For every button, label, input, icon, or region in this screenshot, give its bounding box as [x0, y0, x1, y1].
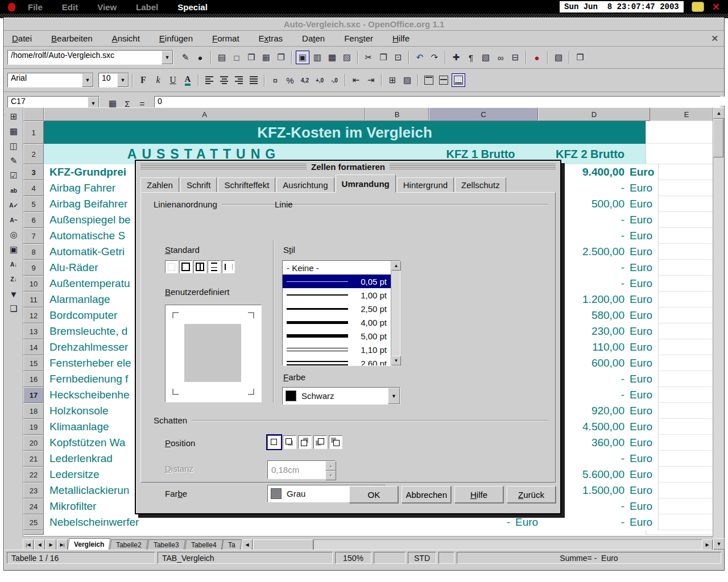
- sum-field[interactable]: Summe= - Euro: [457, 552, 721, 564]
- cell[interactable]: [646, 121, 723, 144]
- mac-menu-view[interactable]: View: [97, 2, 117, 12]
- row-header-23[interactable]: 23: [23, 483, 44, 498]
- decrease-indent-icon[interactable]: ⇤: [349, 73, 363, 87]
- select-all-corner[interactable]: [23, 107, 44, 121]
- back-button[interactable]: Zurück: [507, 486, 556, 503]
- column-header-b[interactable]: B: [365, 107, 429, 121]
- bold-icon[interactable]: F: [136, 73, 150, 87]
- tab-umrandung[interactable]: Umrandung: [336, 174, 396, 193]
- insert-object-icon[interactable]: ◫: [7, 139, 21, 153]
- shadow-top-left-button[interactable]: [329, 435, 342, 449]
- dialog-titlebar[interactable]: Zellen formatieren: [136, 161, 560, 172]
- mac-menu-edit[interactable]: Edit: [62, 2, 78, 12]
- align-top-icon[interactable]: [422, 73, 436, 87]
- copy-icon[interactable]: ❐: [377, 51, 390, 64]
- line-style-listbox[interactable]: - Keine -0,05 pt1,00 pt2,50 pt4,00 pt5,0…: [282, 260, 400, 366]
- sheet-tab-vergleich[interactable]: Vergleich: [68, 538, 111, 550]
- hscroll-right-icon[interactable]: ▶: [702, 539, 713, 550]
- close-document-icon[interactable]: ✕: [711, 34, 718, 44]
- sheet-tab-tabelle3[interactable]: Tabelle3: [147, 539, 185, 550]
- horizontal-scroll-track[interactable]: [313, 539, 702, 550]
- kfz2-value-cell[interactable]: -Euro: [544, 514, 658, 530]
- spellcheck-icon[interactable]: A✓: [7, 198, 21, 212]
- tab-schrift[interactable]: Schrift: [180, 177, 217, 193]
- delete-decimal-icon[interactable]: -,0: [328, 73, 341, 87]
- align-justify-icon[interactable]: [247, 73, 260, 87]
- align-bottom-icon[interactable]: [452, 73, 465, 87]
- help-button[interactable]: Hilfe: [454, 486, 503, 503]
- open-document-icon[interactable]: ❒: [245, 51, 258, 64]
- tab-ausrichtung[interactable]: Ausrichtung: [276, 177, 334, 193]
- underline-icon[interactable]: U: [166, 73, 180, 87]
- row-header-13[interactable]: 13: [23, 323, 44, 339]
- number-format-percent-icon[interactable]: %: [283, 73, 297, 87]
- preset-box-button[interactable]: [179, 260, 192, 273]
- row-header-24[interactable]: 24: [23, 498, 44, 514]
- line-style-option[interactable]: 2,50 pt: [283, 302, 391, 315]
- new-from-template-icon[interactable]: ▤: [215, 51, 229, 64]
- row-header-3[interactable]: 3: [23, 164, 44, 180]
- preset-box-left-button[interactable]: [222, 260, 235, 273]
- redo-icon[interactable]: ↷: [428, 51, 441, 64]
- add-decimal-icon[interactable]: +,0: [313, 73, 326, 87]
- row-header-20[interactable]: 20: [23, 435, 44, 451]
- background-color-icon[interactable]: ▨: [400, 73, 414, 87]
- shadow-distance-value[interactable]: 0,18cm: [268, 461, 325, 479]
- open-template-icon[interactable]: ❒: [573, 51, 587, 64]
- insert-graphics-icon[interactable]: ▧: [552, 51, 565, 64]
- row-header-22[interactable]: 22: [23, 467, 44, 483]
- edit-file-icon[interactable]: ✎: [179, 51, 192, 64]
- row-header-15[interactable]: 15: [23, 355, 44, 371]
- sheet-tab-tabelle2[interactable]: Tabelle2: [110, 539, 148, 550]
- fullscreen-icon[interactable]: ▣: [7, 243, 21, 256]
- print-icon[interactable]: ▩: [325, 51, 339, 64]
- autoformat-icon[interactable]: ab: [7, 184, 21, 197]
- cell[interactable]: [646, 144, 723, 164]
- form-functions-icon[interactable]: ☑: [7, 169, 21, 182]
- sort-descending-icon[interactable]: Z↓: [7, 272, 21, 286]
- autofilter-icon[interactable]: ▼: [7, 287, 21, 301]
- tab-schrifteffekt[interactable]: Schrifteffekt: [218, 177, 275, 193]
- user-defined-border-editor[interactable]: [165, 305, 262, 402]
- row-header-12[interactable]: 12: [23, 307, 44, 323]
- horizontal-scroll-thumb[interactable]: [253, 539, 313, 550]
- first-sheet-icon[interactable]: |◀: [23, 539, 34, 550]
- apple-logo-icon[interactable]: [8, 3, 15, 11]
- ok-button[interactable]: OK: [349, 486, 398, 503]
- record-macro-icon[interactable]: ●: [530, 51, 544, 64]
- cut-icon[interactable]: ✂: [362, 51, 375, 64]
- menu-daten[interactable]: Daten: [300, 32, 327, 44]
- url-input[interactable]: [8, 51, 167, 60]
- hyperlink-icon[interactable]: ∞: [494, 51, 507, 64]
- font-name-input[interactable]: [8, 73, 88, 82]
- last-sheet-icon[interactable]: ▶|: [57, 539, 68, 550]
- column-header-d[interactable]: D: [538, 107, 650, 121]
- formula-input[interactable]: [155, 97, 726, 106]
- menu-extras[interactable]: Extras: [257, 32, 286, 44]
- align-left-icon[interactable]: [202, 73, 216, 87]
- font-size-dropdown-icon[interactable]: ▼: [117, 73, 129, 87]
- item-label-cell[interactable]: Nebelscheinwerfer: [44, 514, 370, 530]
- italic-icon[interactable]: k: [151, 73, 165, 87]
- column-header-c[interactable]: C: [429, 107, 538, 121]
- preset-box-vertical-button[interactable]: [193, 260, 206, 273]
- sheet-tab-tabelle4[interactable]: Tabelle4: [184, 539, 222, 550]
- color-dropdown-icon[interactable]: ▼: [388, 388, 400, 404]
- autospellcheck-icon[interactable]: A~: [7, 213, 21, 227]
- row-header-7[interactable]: 7: [23, 228, 44, 244]
- insert-icon[interactable]: ⊞: [7, 110, 21, 123]
- shadow-none-button[interactable]: [267, 435, 281, 449]
- edit-mode-icon[interactable]: ▣: [296, 51, 309, 64]
- row-header-21[interactable]: 21: [23, 451, 44, 467]
- hscroll-left-icon[interactable]: ◀: [242, 539, 253, 550]
- cell-reference-input[interactable]: [8, 97, 93, 106]
- draw-functions-icon[interactable]: ✎: [7, 154, 21, 168]
- scroll-down-icon[interactable]: ▼: [713, 538, 725, 550]
- line-style-option[interactable]: - Keine -: [283, 261, 391, 275]
- row-header-16[interactable]: 16: [23, 371, 44, 387]
- scroll-up-icon[interactable]: ▲: [713, 107, 725, 119]
- tab-zellschutz[interactable]: Zellschutz: [455, 177, 506, 193]
- mac-menu-label[interactable]: Label: [136, 2, 158, 12]
- mac-menu-file[interactable]: File: [28, 2, 43, 12]
- vertical-scrollbar[interactable]: ▲ ▼: [713, 107, 723, 550]
